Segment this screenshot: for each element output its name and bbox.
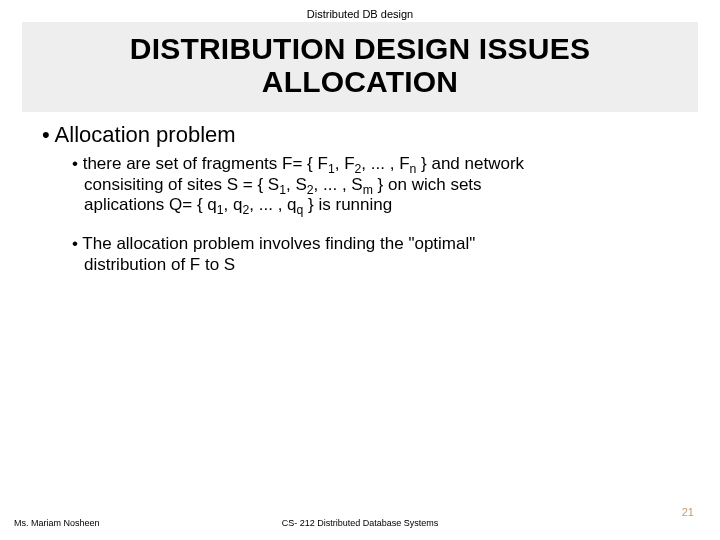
text: , ... , q: [249, 195, 296, 214]
text: distribution of F to S: [84, 255, 684, 276]
slide-title: DISTRIBUTION DESIGN ISSUES ALLOCATION: [22, 32, 698, 98]
subscript: 1: [217, 204, 224, 218]
text: , F: [335, 154, 355, 173]
text: } is running: [303, 195, 392, 214]
text: , ... , S: [314, 175, 363, 194]
title-line2: ALLOCATION: [262, 65, 458, 98]
footer-author: Ms. Mariam Nosheen: [14, 518, 100, 528]
bullet-l2-optimal: • The allocation problem involves findin…: [72, 234, 684, 275]
text: aplications Q= { q: [84, 195, 217, 214]
content-area: • Allocation problem • there are set of …: [0, 112, 720, 276]
bullet-l2-fragments: • there are set of fragments F= { F1, F2…: [72, 154, 684, 216]
text: • The allocation problem involves findin…: [72, 234, 475, 253]
bullet-l1: • Allocation problem: [42, 122, 694, 148]
text: , S: [286, 175, 307, 194]
text: consisiting of sites S = { S: [84, 175, 279, 194]
text: • there are set of fragments F= { F: [72, 154, 328, 173]
text: } and network: [416, 154, 524, 173]
page-number: 21: [682, 506, 694, 518]
text: , ... , F: [361, 154, 409, 173]
text: } on wich sets: [373, 175, 482, 194]
title-bar: DISTRIBUTION DESIGN ISSUES ALLOCATION: [22, 22, 698, 112]
footer-course: CS- 212 Distributed Database Systems: [282, 518, 439, 528]
header-label: Distributed DB design: [0, 0, 720, 22]
text: , q: [224, 195, 243, 214]
title-line1: DISTRIBUTION DESIGN ISSUES: [130, 32, 590, 65]
